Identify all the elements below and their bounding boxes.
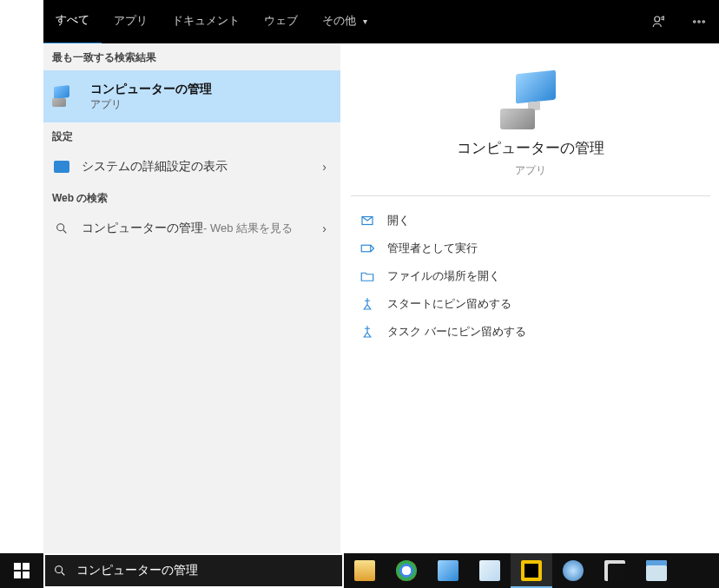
laptop-icon: [438, 560, 458, 581]
chrome-icon: [396, 560, 417, 581]
shield-run-icon: [360, 241, 375, 256]
feedback-icon[interactable]: [639, 0, 679, 43]
action-open-file-location[interactable]: ファイルの場所を開く: [360, 262, 702, 290]
section-web-search: Web の検索: [43, 184, 340, 211]
chevron-right-icon: ›: [322, 160, 327, 174]
taskbar-app-notes[interactable]: [469, 553, 511, 588]
action-run-as-admin[interactable]: 管理者として実行: [360, 235, 702, 262]
taskbar-app-chrome[interactable]: [386, 553, 427, 588]
tab-all[interactable]: すべて: [43, 0, 102, 45]
tab-apps[interactable]: アプリ: [102, 0, 160, 43]
taskbar-search[interactable]: [43, 553, 344, 588]
windows-logo-icon: [14, 563, 30, 578]
taskbar-app-terminal[interactable]: [594, 553, 636, 588]
action-label: 管理者として実行: [387, 241, 478, 256]
computer-management-icon: [52, 87, 71, 106]
web-item-label: コンピューターの管理: [82, 221, 203, 236]
tab-documents[interactable]: ドキュメント: [160, 0, 252, 43]
web-search-item[interactable]: コンピューターの管理 - Web 結果を見る ›: [43, 211, 340, 246]
best-match-title: コンピューターの管理: [90, 82, 212, 97]
file-explorer-icon: [354, 560, 375, 581]
monitor-icon: [52, 157, 71, 176]
app-icon: [521, 560, 542, 581]
taskbar-app-explorer[interactable]: [344, 553, 386, 588]
action-label: ファイルの場所を開く: [387, 268, 500, 284]
search-pane-header: すべて アプリ ドキュメント ウェブ その他 ▾: [43, 0, 719, 43]
start-button[interactable]: [0, 553, 43, 588]
search-icon: [45, 564, 75, 578]
taskbar-app-active[interactable]: [511, 553, 552, 588]
thunderbird-icon: [563, 560, 584, 581]
taskbar-app-pc[interactable]: [427, 553, 469, 588]
action-label: タスク バーにピン留めする: [387, 324, 526, 340]
best-match-item[interactable]: コンピューターの管理 アプリ: [43, 70, 340, 122]
window-icon: [646, 560, 667, 581]
svg-point-2: [698, 21, 700, 23]
preview-pane: コンピューターの管理 アプリ 開く 管理者として実行 ファイルの場所を開く スタ…: [351, 53, 710, 545]
taskbar-app-thunderbird[interactable]: [552, 553, 594, 588]
pin-icon: [360, 296, 375, 312]
section-best-match: 最も一致する検索結果: [43, 43, 340, 70]
preview-subtitle: アプリ: [515, 163, 546, 178]
settings-item-advanced-system[interactable]: システムの詳細設定の表示 ›: [43, 149, 340, 184]
web-item-hint: - Web 結果を見る: [203, 221, 293, 236]
section-settings: 設定: [43, 122, 340, 149]
note-icon: [479, 560, 500, 581]
svg-point-0: [655, 17, 660, 22]
tab-more[interactable]: その他 ▾: [310, 0, 379, 43]
search-body: 最も一致する検索結果 コンピューターの管理 アプリ 設定 システムの詳細設定の表…: [43, 43, 719, 553]
taskbar-search-input[interactable]: [75, 563, 342, 578]
settings-item-label: システムの詳細設定の表示: [82, 159, 228, 175]
action-label: スタートにピン留めする: [387, 296, 511, 312]
svg-point-4: [57, 224, 64, 231]
more-options-icon[interactable]: [679, 0, 719, 43]
open-icon: [360, 213, 375, 228]
svg-point-7: [56, 566, 63, 573]
action-label: 開く: [387, 213, 410, 228]
folder-open-icon: [360, 268, 375, 284]
results-column: 最も一致する検索結果 コンピューターの管理 アプリ 設定 システムの詳細設定の表…: [43, 43, 340, 553]
action-open[interactable]: 開く: [360, 207, 702, 235]
taskbar-app-window[interactable]: [636, 553, 677, 588]
action-pin-to-taskbar[interactable]: タスク バーにピン留めする: [360, 318, 702, 346]
computer-management-icon: [500, 69, 561, 129]
preview-actions: 開く 管理者として実行 ファイルの場所を開く スタートにピン留めする タスク バ…: [351, 196, 710, 356]
tab-web[interactable]: ウェブ: [252, 0, 310, 43]
tab-more-label: その他: [322, 14, 356, 27]
taskbar: [0, 553, 719, 588]
chevron-right-icon: ›: [322, 221, 327, 235]
chevron-down-icon: ▾: [363, 1, 367, 43]
terminal-icon: [604, 560, 625, 581]
svg-rect-6: [361, 245, 371, 252]
search-icon: [52, 219, 71, 238]
action-pin-to-start[interactable]: スタートにピン留めする: [360, 290, 702, 318]
preview-header: コンピューターの管理 アプリ: [351, 53, 710, 196]
pin-icon: [360, 324, 375, 340]
best-match-subtitle: アプリ: [90, 97, 212, 112]
taskbar-apps: [344, 553, 677, 588]
svg-point-1: [694, 21, 696, 23]
preview-title: コンピューターの管理: [457, 138, 604, 158]
svg-point-3: [703, 21, 704, 23]
